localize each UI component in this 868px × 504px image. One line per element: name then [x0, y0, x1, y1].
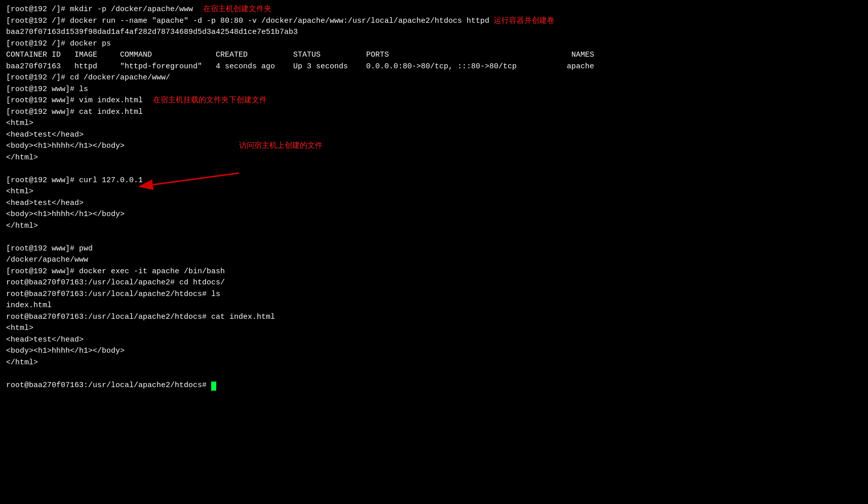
line-mkdir: [root@192 /]# mkdir -p /docker/apache/ww…: [6, 4, 862, 16]
line-ls-htdocs: root@baa270f07163:/usr/local/apache2/htd…: [6, 289, 862, 301]
final-prompt-line: root@baa270f07163:/usr/local/apache2/htd…: [6, 380, 862, 392]
table-row: baa270f07163 httpd "httpd-foreground" 4 …: [6, 61, 862, 73]
annotation-vim: 在宿主机挂载的文件夹下创建文件: [153, 95, 267, 107]
line-docker-exec: [root@192 www]# docker exec -it apache /…: [6, 266, 862, 278]
line-html3: <body><h1>hhhh</h1></body>: [6, 141, 862, 152]
line-curl-html2: <head>test</head>: [6, 198, 862, 209]
line-curl-html1: <html>: [6, 186, 862, 198]
line-cd-htdocs: root@baa270f07163:/usr/local/apache2# cd…: [6, 277, 862, 289]
blank-1: [6, 163, 862, 175]
line-pwd-output: /docker/apache/www: [6, 255, 862, 266]
command-docker-run: [root@192 /]# docker run --name "apache"…: [6, 16, 494, 27]
table-header: CONTAINER ID IMAGE COMMAND CREATED STATU…: [6, 50, 862, 61]
command-vim: [root@192 www]# vim index.html: [6, 95, 143, 107]
line-cat-1: [root@192 www]# cat index.html: [6, 107, 862, 118]
line-html1: <html>: [6, 118, 862, 130]
blank-2: [6, 232, 862, 243]
annotation-docker-run: 运行容器并创建卷: [494, 16, 555, 27]
annotation-curl: 访问宿主机上创建的文件: [239, 141, 323, 152]
line-inner-html1: <html>: [6, 323, 862, 334]
line-curl-html3: <body><h1>hhhh</h1></body>: [6, 209, 862, 221]
line-cd: [root@192 /]# cd /docker/apache/www/: [6, 72, 862, 84]
line-index-html: index.html: [6, 300, 862, 312]
command-text: [root@192 /]# mkdir -p /docker/apache/ww…: [6, 4, 193, 16]
curl-block: [root@192 www]# curl 127.0.0.1 访问宿主机上创建的…: [6, 175, 862, 187]
line-html2: <head>test</head>: [6, 130, 862, 141]
arrow-svg: [138, 165, 249, 191]
curl-line-area: [root@192 www]# curl 127.0.0.1 访问宿主机上创建的…: [6, 175, 862, 187]
line-inner-html2: <head>test</head>: [6, 334, 862, 346]
line-curl: [root@192 www]# curl 127.0.0.1: [6, 175, 143, 187]
line-curl-html4: </html>: [6, 221, 862, 232]
line-hash: baa270f07163d1539f98dad1af4af282d7873468…: [6, 27, 862, 38]
line-vim: [root@192 www]# vim index.html 在宿主机挂载的文件…: [6, 95, 862, 107]
blank-3: [6, 368, 862, 380]
line-docker-run: [root@192 /]# docker run --name "apache"…: [6, 16, 862, 27]
svg-line-1: [153, 173, 239, 185]
line-pwd: [root@192 www]# pwd: [6, 243, 862, 255]
line-inner-html3: <body><h1>hhhh</h1></body>: [6, 346, 862, 357]
line-inner-html4: </html>: [6, 357, 862, 369]
final-prompt: root@baa270f07163:/usr/local/apache2/htd…: [6, 380, 211, 392]
annotation-mkdir: 在宿主机创建文件夹: [203, 4, 271, 16]
line-cat-htdocs: root@baa270f07163:/usr/local/apache2/htd…: [6, 312, 862, 323]
line-ls-1: [root@192 www]# ls: [6, 84, 862, 96]
line-docker-ps: [root@192 /]# docker ps: [6, 38, 862, 50]
cursor-block: [211, 382, 216, 391]
line-html4: </html>: [6, 152, 862, 164]
terminal-window: [root@192 /]# mkdir -p /docker/apache/ww…: [6, 4, 862, 391]
